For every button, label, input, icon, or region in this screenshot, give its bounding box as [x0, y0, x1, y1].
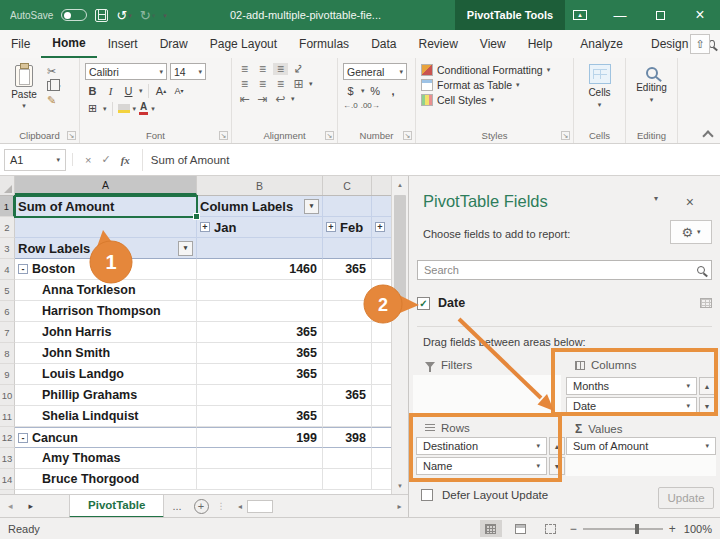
cell-styles-button[interactable]: Cell Styles▾	[421, 94, 568, 106]
row-number[interactable]: 8	[0, 343, 15, 364]
close-button[interactable]: ×	[680, 0, 720, 30]
row-number[interactable]: 1	[0, 196, 15, 217]
tab-analyze[interactable]: Analyze	[569, 30, 634, 58]
decrease-font-size-button[interactable]: A▾	[172, 83, 187, 98]
format-painter-button[interactable]: ✎	[47, 95, 61, 106]
values-field-sum-of-amount[interactable]: Sum of Amount▾	[566, 437, 716, 455]
pane-close-icon[interactable]: ×	[686, 194, 694, 210]
cell-a12-cancun[interactable]: -Cancun	[15, 427, 197, 448]
tab-file[interactable]: File	[0, 30, 41, 58]
align-center-icon[interactable]: ≡	[255, 78, 270, 90]
styles-dialog-launcher-icon[interactable]: ↘	[561, 131, 570, 140]
expand-icon[interactable]: +	[200, 222, 210, 232]
cell-a3-row-labels[interactable]: Row Labels▾	[15, 238, 197, 259]
increase-indent-icon[interactable]: ⇥	[255, 93, 270, 105]
column-labels-filter-icon[interactable]: ▾	[304, 199, 319, 214]
column-header-partial[interactable]	[372, 176, 391, 195]
cell-a4-boston[interactable]: -Boston	[15, 259, 197, 280]
row-number[interactable]: 12	[0, 427, 15, 448]
zoom-out-icon[interactable]: −	[570, 522, 577, 536]
comma-style-button[interactable]: ,	[386, 83, 401, 98]
font-name-select[interactable]: Calibri▾	[85, 63, 167, 80]
zoom-in-icon[interactable]: +	[669, 522, 676, 536]
redo-button[interactable]: ↻▾	[140, 9, 155, 22]
search-input[interactable]: Search	[417, 260, 712, 280]
page-break-view-button[interactable]	[540, 520, 562, 537]
enter-icon[interactable]: ✓	[101, 153, 110, 166]
scroll-down-icon[interactable]: ▼	[392, 477, 408, 494]
align-middle-icon[interactable]: ≡	[255, 63, 270, 75]
page-layout-view-button[interactable]	[510, 520, 532, 537]
horizontal-scrollbar[interactable]: ◂ ▸	[234, 495, 406, 517]
cells-group[interactable]: Cells ▾ Cells	[574, 58, 626, 143]
field-item-date[interactable]: ✓ Date	[417, 292, 712, 314]
cell-a1-sum-of-amount[interactable]: Sum of Amount	[15, 196, 197, 217]
copy-button[interactable]: ▾	[47, 81, 61, 91]
row-number[interactable]: 14	[0, 469, 15, 490]
tab-insert[interactable]: Insert	[97, 30, 149, 58]
column-header-c[interactable]: C	[323, 176, 372, 195]
sheet-prev-icon[interactable]: ◂	[0, 501, 21, 511]
sheet-more-icon[interactable]: ...	[164, 500, 189, 512]
align-top-icon[interactable]: ≡	[237, 63, 252, 75]
scroll-left-icon[interactable]: ◂	[234, 502, 247, 511]
number-format-select[interactable]: General▾	[343, 63, 407, 80]
cell-c2-feb[interactable]: +Feb	[323, 217, 372, 238]
collapse-icon[interactable]: -	[18, 433, 28, 443]
increase-font-size-button[interactable]: A▴	[154, 83, 169, 98]
editing-group[interactable]: Editing ▾ Editing	[626, 58, 678, 143]
cancel-icon[interactable]: ×	[85, 154, 91, 166]
cell-b1-column-labels[interactable]: Column Labels▾	[197, 196, 323, 217]
collapse-ribbon-icon[interactable]	[702, 129, 712, 139]
insert-function-icon[interactable]: fx	[121, 154, 130, 166]
rows-field-name[interactable]: Name▾	[416, 457, 547, 475]
italic-button[interactable]: I	[103, 83, 118, 98]
undo-button[interactable]: ↺▾	[116, 9, 131, 22]
font-size-select[interactable]: 14▾	[170, 63, 206, 80]
defer-layout-checkbox[interactable]	[421, 489, 433, 501]
font-color-button[interactable]: A	[139, 102, 148, 115]
align-left-icon[interactable]: ≡	[237, 78, 252, 90]
tab-review[interactable]: Review	[407, 30, 468, 58]
bold-button[interactable]: B	[85, 83, 100, 98]
tab-data[interactable]: Data	[360, 30, 407, 58]
formula-input[interactable]: Sum of Amount	[142, 149, 720, 171]
cut-button[interactable]: ✂	[47, 66, 61, 77]
sheet-tab-pivottable[interactable]: PivotTable	[69, 495, 164, 518]
expand-icon[interactable]: +	[375, 222, 385, 232]
tab-splitter-icon[interactable]: ⋮	[209, 501, 234, 511]
zoom-slider[interactable]	[583, 528, 663, 530]
tab-page-layout[interactable]: Page Layout	[199, 30, 288, 58]
zoom-slider-thumb[interactable]	[635, 524, 639, 534]
tab-view[interactable]: View	[469, 30, 517, 58]
format-as-table-button[interactable]: Format as Table▾	[421, 79, 568, 91]
row-number[interactable]: 4	[0, 259, 15, 280]
row-number[interactable]: 6	[0, 301, 15, 322]
scroll-up-icon[interactable]: ▲	[392, 176, 408, 193]
percent-style-button[interactable]: %	[368, 83, 383, 98]
row-labels-filter-icon[interactable]: ▾	[178, 241, 193, 256]
share-icon[interactable]: ⇧	[690, 34, 710, 54]
columns-move-down-icon[interactable]: ▼	[699, 397, 715, 415]
column-header-a[interactable]: A	[15, 176, 197, 195]
borders-button[interactable]: ⊞	[85, 101, 100, 116]
collapse-icon[interactable]: -	[18, 264, 28, 274]
align-bottom-icon[interactable]: ≡	[273, 63, 288, 75]
font-dialog-launcher-icon[interactable]: ↘	[219, 131, 228, 140]
merge-center-icon[interactable]: ⊞	[291, 78, 306, 90]
row-number[interactable]: 9	[0, 364, 15, 385]
normal-view-button[interactable]	[480, 520, 502, 537]
scroll-right-icon[interactable]: ▸	[393, 502, 406, 511]
maximize-button[interactable]	[640, 0, 680, 30]
date-checkbox[interactable]: ✓	[417, 297, 430, 310]
number-dialog-launcher-icon[interactable]: ↘	[403, 131, 412, 140]
zoom-level[interactable]: 100%	[684, 523, 712, 535]
rows-move-up-icon[interactable]: ▲	[549, 437, 565, 455]
clipboard-dialog-launcher-icon[interactable]: ↘	[67, 131, 76, 140]
conditional-formatting-button[interactable]: Conditional Formatting▾	[421, 64, 568, 76]
alignment-dialog-launcher-icon[interactable]: ↘	[325, 131, 334, 140]
cell-b2-jan[interactable]: +Jan	[197, 217, 323, 238]
vertical-scrollbar[interactable]: ▲ ▼	[391, 176, 408, 494]
update-button[interactable]: Update	[658, 487, 714, 509]
wrap-text-icon[interactable]: ↩	[273, 93, 288, 105]
